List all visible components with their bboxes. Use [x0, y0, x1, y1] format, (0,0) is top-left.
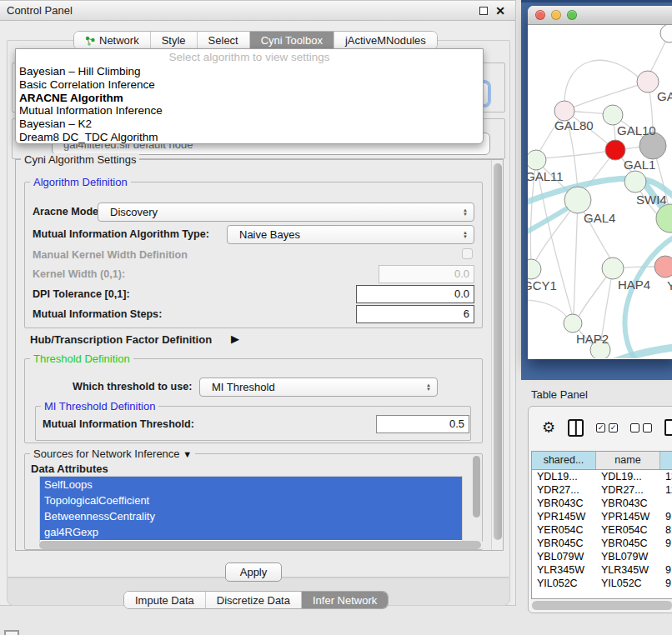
dropdown-item[interactable]: Bayesian – K2: [16, 118, 483, 131]
apply-button[interactable]: Apply: [225, 562, 282, 582]
attribute-item[interactable]: SelfLoops: [40, 477, 462, 492]
network-node[interactable]: [564, 187, 591, 213]
manual-kernel-label: Manual Kernel Width Definition: [33, 249, 188, 261]
network-view-frame: GALGAL80GAL10GAL1GAL11SWI4GAL4GCY1HAP4YH…: [521, 0, 672, 380]
dropdown-item[interactable]: Basic Correlation Inference: [16, 78, 483, 92]
combo-stepper-icon: ▲▼: [460, 203, 470, 221]
close-icon[interactable]: ✕: [495, 1, 505, 21]
table-row[interactable]: YPR145WYPR145W9.: [532, 510, 672, 523]
dpi-tolerance-field[interactable]: 0.0: [356, 285, 474, 303]
table-cell: YPR145W: [596, 510, 660, 523]
column-header[interactable]: shared...: [532, 452, 596, 469]
table-cell: YER054C: [596, 523, 660, 537]
network-node[interactable]: [654, 256, 672, 278]
table-horizontal-scrollbar[interactable]: [532, 601, 672, 610]
network-edge[interactable]: [564, 60, 639, 102]
network-node[interactable]: [605, 140, 625, 160]
sources-title: Sources for Network Inference ▼: [30, 448, 195, 460]
network-node[interactable]: [603, 105, 623, 125]
network-node[interactable]: [602, 258, 624, 279]
columns-icon[interactable]: [568, 419, 584, 437]
mi-steps-field[interactable]: 6: [356, 305, 474, 323]
tab-select[interactable]: Select: [198, 32, 250, 49]
node-label: GAL10: [617, 123, 656, 138]
tab-infer-network[interactable]: Infer Network: [302, 592, 388, 608]
mi-threshold-field[interactable]: 0.5: [376, 415, 469, 433]
network-node[interactable]: [660, 25, 672, 42]
mi-algorithm-type-combobox[interactable]: Naive Bayes ▲▼: [227, 225, 474, 244]
mi-type-label: Mutual Information Algorithm Type:: [33, 228, 209, 240]
control-panel-titlebar: Control Panel ✕: [0, 1, 515, 21]
settings-title: Cyni Algorithm Settings: [21, 153, 139, 166]
algorithm-dropdown-popup: Select algorithm to view settings Bayesi…: [15, 48, 484, 144]
table-row[interactable]: YIL052CYIL052C9: [532, 577, 672, 590]
network-edge-highlighted[interactable]: [624, 235, 672, 358]
manual-kernel-checkbox[interactable]: [462, 248, 473, 259]
network-edge[interactable]: [574, 200, 578, 317]
table-row[interactable]: YDR27...YDR27...12: [532, 483, 672, 497]
deselect-all-columns-icon[interactable]: [630, 423, 652, 432]
network-node[interactable]: [564, 314, 582, 332]
column-header[interactable]: name: [596, 452, 660, 469]
tab-jactivemnodules[interactable]: jActiveMNodules: [334, 32, 437, 49]
data-attributes-list[interactable]: SelfLoopsTopologicalCoefficientBetweenne…: [39, 476, 463, 546]
table-cell: 8.: [660, 523, 672, 537]
data-attributes-label: Data Attributes: [31, 462, 108, 475]
network-edge[interactable]: [536, 160, 573, 317]
network-canvas[interactable]: GALGAL80GAL10GAL1GAL11SWI4GAL4GCY1HAP4YH…: [528, 25, 672, 358]
select-all-columns-icon[interactable]: ✓✓: [596, 423, 618, 432]
network-node[interactable]: [624, 171, 646, 192]
float-icon[interactable]: [479, 7, 488, 15]
tab-discretize-data[interactable]: Discretize Data: [206, 592, 302, 608]
table-row[interactable]: YDL19...YDL19...13: [532, 470, 672, 483]
attribute-item[interactable]: gal4RGexp: [40, 524, 462, 540]
settings-vertical-scrollbar[interactable]: [491, 160, 503, 550]
mi-threshold-title: MI Threshold Definition: [41, 400, 158, 412]
attribute-item[interactable]: BetweennessCentrality: [40, 508, 462, 524]
network-edge-highlighted[interactable]: [607, 347, 672, 358]
tab-impute-data[interactable]: Impute Data: [124, 592, 206, 608]
dropdown-item[interactable]: Bayesian – Hill Climbing: [16, 65, 483, 78]
aracne-mode-combobox[interactable]: Discovery ▲▼: [98, 202, 474, 222]
table-row[interactable]: YBR043CYBR043C: [532, 497, 672, 510]
minimize-button[interactable]: [551, 10, 561, 20]
which-threshold-combobox[interactable]: MI Threshold ▲▼: [199, 378, 438, 397]
settings-horizontal-scrollbar[interactable]: [38, 541, 484, 549]
table-cell: YBR045C: [532, 537, 596, 550]
network-node[interactable]: [656, 204, 672, 232]
dropdown-item[interactable]: ARACNE Algorithm: [16, 92, 483, 105]
table-row[interactable]: YER054CYER054C8.: [532, 523, 672, 537]
dropdown-item[interactable]: Mutual Information Inference: [16, 104, 483, 118]
network-node[interactable]: [528, 259, 541, 279]
dropdown-item[interactable]: Dream8 DC_TDC Algorithm: [16, 131, 483, 144]
table-cell: YER054C: [532, 523, 596, 537]
table-row[interactable]: YBL079WYBL079W: [532, 550, 672, 563]
network-edge[interactable]: [573, 82, 648, 108]
column-header[interactable]: [660, 452, 672, 469]
close-button[interactable]: [535, 10, 545, 20]
table-row[interactable]: YLR345WYLR345W9.: [532, 563, 672, 577]
network-node[interactable]: [528, 150, 546, 170]
threshold-definition-groupbox: Threshold Definition Which threshold to …: [24, 358, 483, 443]
zoom-button[interactable]: [567, 10, 577, 20]
network-edge[interactable]: [544, 150, 615, 158]
table-header-row: shared...name: [532, 452, 672, 470]
tab-style[interactable]: Style: [151, 32, 198, 49]
desktop: Control Panel ✕ NetworkStyleSelectCyni T…: [0, 0, 672, 635]
collapse-arrow-icon[interactable]: ▼: [183, 449, 192, 459]
expand-arrow-icon[interactable]: ▶: [231, 332, 239, 345]
kernel-width-field[interactable]: 0.0: [379, 265, 474, 283]
minimized-panel-chip[interactable]: [4, 630, 19, 635]
network-node[interactable]: [637, 71, 659, 92]
table-toolbar: ⚙ ✓✓: [529, 407, 672, 448]
tab-cyni-toolbox[interactable]: Cyni Toolbox: [250, 32, 334, 49]
attribute-item[interactable]: TopologicalCoefficient: [40, 492, 462, 508]
tab-network[interactable]: Network: [74, 32, 151, 49]
table-cell: 9: [660, 577, 672, 590]
attributes-scrollbar[interactable]: [473, 456, 480, 521]
sources-groupbox: Sources for Network Inference ▼ Data Att…: [24, 453, 483, 550]
table-row[interactable]: YBR045CYBR045C9.: [532, 537, 672, 550]
gear-icon[interactable]: ⚙: [542, 418, 555, 437]
export-table-icon[interactable]: [664, 419, 672, 436]
network-edge[interactable]: [528, 300, 568, 318]
